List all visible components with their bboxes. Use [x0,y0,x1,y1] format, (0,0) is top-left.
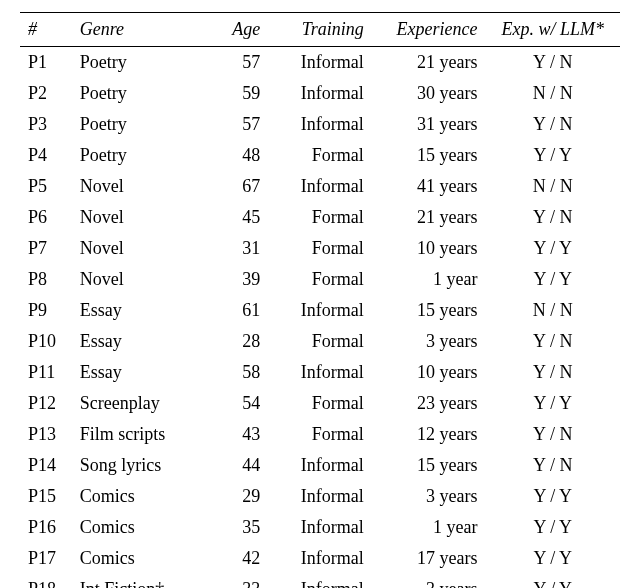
cell-id: P7 [20,233,72,264]
table-row: P17Comics42Informal17 yearsY / Y [20,543,620,574]
cell-llm: Y / N [485,450,620,481]
cell-training: Informal [268,47,371,79]
cell-experience: 21 years [372,47,486,79]
cell-age: 28 [206,326,268,357]
cell-training: Informal [268,171,371,202]
cell-id: P10 [20,326,72,357]
cell-age: 67 [206,171,268,202]
cell-genre: Comics [72,512,206,543]
cell-llm: Y / N [485,326,620,357]
col-header-llm: Exp. w/ LLM* [485,13,620,47]
cell-genre: Essay [72,295,206,326]
cell-experience: 30 years [372,78,486,109]
col-header-age: Age [206,13,268,47]
cell-llm: Y / Y [485,233,620,264]
cell-llm: N / N [485,295,620,326]
cell-id: P11 [20,357,72,388]
cell-training: Informal [268,78,371,109]
col-header-id: # [20,13,72,47]
cell-llm: Y / N [485,419,620,450]
cell-id: P15 [20,481,72,512]
cell-id: P3 [20,109,72,140]
cell-experience: 10 years [372,233,486,264]
cell-training: Formal [268,264,371,295]
cell-genre: Comics [72,481,206,512]
table-row: P6Novel45Formal21 yearsY / N [20,202,620,233]
cell-llm: Y / Y [485,574,620,588]
cell-training: Informal [268,543,371,574]
cell-genre: Screenplay [72,388,206,419]
cell-age: 39 [206,264,268,295]
cell-genre: Int.Fiction† [72,574,206,588]
cell-age: 48 [206,140,268,171]
cell-experience: 17 years [372,543,486,574]
table-row: P14Song lyrics44Informal15 yearsY / N [20,450,620,481]
cell-llm: Y / N [485,357,620,388]
cell-genre: Film scripts [72,419,206,450]
cell-age: 35 [206,512,268,543]
cell-age: 45 [206,202,268,233]
cell-age: 54 [206,388,268,419]
cell-experience: 12 years [372,419,486,450]
cell-training: Formal [268,388,371,419]
cell-llm: N / N [485,78,620,109]
table-row: P18Int.Fiction†33Informal3 yearsY / Y [20,574,620,588]
table-body: P1Poetry57Informal21 yearsY / NP2Poetry5… [20,47,620,589]
cell-genre: Essay [72,326,206,357]
table-row: P2Poetry59Informal30 yearsN / N [20,78,620,109]
cell-id: P12 [20,388,72,419]
table-row: P5Novel67Informal41 yearsN / N [20,171,620,202]
cell-age: 59 [206,78,268,109]
table-header-row: # Genre Age Training Experience Exp. w/ … [20,13,620,47]
cell-training: Informal [268,512,371,543]
participants-table: # Genre Age Training Experience Exp. w/ … [20,12,620,588]
cell-experience: 31 years [372,109,486,140]
cell-id: P2 [20,78,72,109]
cell-genre: Novel [72,233,206,264]
col-header-experience: Experience [372,13,486,47]
cell-llm: Y / Y [485,264,620,295]
cell-experience: 1 year [372,512,486,543]
cell-age: 58 [206,357,268,388]
table-row: P3Poetry57Informal31 yearsY / N [20,109,620,140]
cell-genre: Novel [72,264,206,295]
cell-training: Informal [268,574,371,588]
cell-age: 57 [206,109,268,140]
cell-age: 57 [206,47,268,79]
cell-genre: Essay [72,357,206,388]
table-row: P4Poetry48Formal15 yearsY / Y [20,140,620,171]
cell-experience: 15 years [372,140,486,171]
cell-llm: Y / Y [485,388,620,419]
table-row: P7Novel31Formal10 yearsY / Y [20,233,620,264]
cell-training: Formal [268,233,371,264]
table-row: P8Novel39Formal1 yearY / Y [20,264,620,295]
cell-training: Informal [268,481,371,512]
col-header-training: Training [268,13,371,47]
cell-id: P5 [20,171,72,202]
table-row: P15Comics29Informal3 yearsY / Y [20,481,620,512]
cell-age: 31 [206,233,268,264]
cell-age: 44 [206,450,268,481]
cell-genre: Novel [72,171,206,202]
cell-age: 43 [206,419,268,450]
cell-training: Formal [268,140,371,171]
cell-llm: Y / Y [485,512,620,543]
cell-id: P17 [20,543,72,574]
cell-experience: 3 years [372,574,486,588]
col-header-genre: Genre [72,13,206,47]
cell-id: P1 [20,47,72,79]
cell-llm: Y / Y [485,543,620,574]
table-row: P12Screenplay54Formal23 yearsY / Y [20,388,620,419]
cell-id: P8 [20,264,72,295]
cell-experience: 15 years [372,295,486,326]
table-row: P10Essay28Formal3 yearsY / N [20,326,620,357]
cell-experience: 3 years [372,481,486,512]
cell-training: Informal [268,450,371,481]
cell-llm: N / N [485,171,620,202]
cell-age: 33 [206,574,268,588]
table-row: P13Film scripts43Formal12 yearsY / N [20,419,620,450]
cell-age: 61 [206,295,268,326]
table-row: P11Essay58Informal10 yearsY / N [20,357,620,388]
cell-llm: Y / Y [485,481,620,512]
cell-experience: 41 years [372,171,486,202]
